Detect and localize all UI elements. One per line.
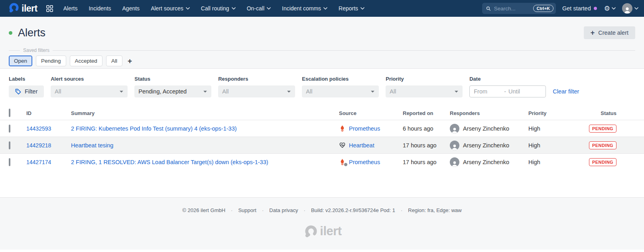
date-range-input[interactable]: From - Until	[469, 85, 546, 97]
chevron-down-icon	[119, 90, 124, 93]
priority-cell: High	[528, 125, 582, 132]
shortcut-badge: Ctrl+K	[533, 5, 553, 12]
table-row: 14427174 2 FIRING, 1 RESOLVED: AWS Load …	[0, 153, 644, 170]
escalation-policies-filter-label: Escalation policies	[302, 76, 379, 82]
alert-summary-link[interactable]: 2 FIRING: Kubernetes Pod Info Test (summ…	[71, 125, 237, 132]
support-link[interactable]: Support	[238, 207, 256, 213]
nav-item-alerts[interactable]: Alerts	[59, 3, 83, 14]
page-header: Alerts + Create alert Saved filters Open…	[0, 17, 644, 69]
settings-menu[interactable]: ⚙	[604, 5, 616, 12]
build-info: Build: v2.2026.2-r.9#536724e Pod: 1	[311, 207, 395, 213]
priority-cell: High	[528, 159, 582, 165]
date-until-placeholder: Until	[508, 88, 520, 95]
alert-id-link[interactable]: 14429218	[26, 142, 51, 149]
clear-filter-link[interactable]: Clear filter	[553, 88, 579, 97]
status-badge: PENDING	[589, 158, 616, 166]
nav-item-incident-comms[interactable]: Incident comms	[277, 3, 332, 14]
prometheus-icon	[339, 159, 346, 165]
column-header-id: ID	[26, 110, 71, 116]
brand-wordmark: ilert	[22, 3, 37, 14]
column-header-priority: Priority	[528, 110, 582, 116]
copyright-text: © 2026 ilert GmbH	[182, 207, 225, 213]
global-search[interactable]: Ctrl+K	[482, 3, 556, 14]
nav-item-agents[interactable]: Agents	[118, 3, 145, 14]
saved-filter-all[interactable]: All	[106, 56, 122, 66]
ilert-logo[interactable]: ilert	[7, 2, 37, 15]
alert-id-link[interactable]: 14427174	[26, 159, 51, 165]
chevron-down-icon	[634, 7, 638, 10]
status-filter-label: Status	[134, 76, 211, 82]
saved-filters-section: Saved filters Open Pending Accepted All …	[9, 50, 635, 66]
alert-source-link[interactable]: Prometheus	[349, 159, 380, 165]
status-select[interactable]: Pending, Accepted	[134, 85, 211, 97]
select-all-checkbox[interactable]	[9, 109, 10, 117]
alert-id-link[interactable]: 14432593	[26, 125, 51, 132]
reported-on-cell: 17 hours ago	[403, 142, 450, 149]
apps-grid-icon[interactable]	[46, 5, 53, 12]
chevron-down-icon	[323, 7, 327, 10]
chevron-down-icon	[186, 7, 190, 10]
search-input[interactable]	[494, 6, 530, 12]
page-title: Alerts	[18, 27, 45, 39]
responder-name: Arseny Zinchenko	[463, 125, 509, 132]
table-row: 14432593 2 FIRING: Kubernetes Pod Info T…	[0, 120, 644, 137]
chevron-down-icon	[287, 90, 291, 93]
row-checkbox[interactable]	[9, 158, 10, 166]
plus-icon: +	[591, 29, 595, 36]
reported-on-cell: 17 hours ago	[403, 159, 450, 165]
chevron-down-icon	[360, 7, 364, 10]
chevron-down-icon	[370, 90, 375, 93]
add-saved-filter-button[interactable]: +	[128, 57, 132, 65]
labels-filter-button[interactable]: Filter	[9, 85, 44, 97]
user-menu[interactable]	[622, 3, 638, 14]
reported-on-cell: 6 hours ago	[403, 125, 450, 132]
saved-filter-pending[interactable]: Pending	[36, 56, 66, 66]
priority-select[interactable]: All	[386, 85, 463, 97]
page-footer: © 2026 ilert GmbH · Support · Data priva…	[0, 197, 644, 250]
prometheus-icon	[339, 125, 346, 132]
tag-icon	[15, 89, 21, 95]
create-alert-button[interactable]: + Create alert	[584, 26, 635, 39]
chevron-down-icon	[232, 7, 236, 10]
notification-dot	[594, 7, 597, 10]
responder-avatar-icon	[450, 141, 459, 150]
nav-item-incidents[interactable]: Incidents	[84, 3, 116, 14]
row-checkbox[interactable]	[9, 141, 10, 149]
alert-sources-select[interactable]: All	[51, 85, 128, 97]
responders-select[interactable]: All	[218, 85, 295, 97]
chevron-down-icon	[454, 90, 459, 93]
primary-nav: Alerts Incidents Agents Alert sources Ca…	[59, 3, 369, 14]
priority-filter-label: Priority	[386, 76, 463, 82]
column-header-source: Source	[339, 110, 403, 116]
responder-avatar-icon	[450, 157, 459, 167]
alerts-table: ID Summary Source Reported on Responders…	[0, 106, 644, 197]
saved-filter-open[interactable]: Open	[9, 56, 32, 66]
saved-filters-legend: Saved filters	[20, 48, 53, 53]
avatar-icon	[622, 3, 632, 14]
escalation-policies-select[interactable]: All	[302, 85, 379, 97]
ilert-swoosh-icon	[7, 2, 21, 15]
date-from-placeholder: From	[474, 88, 502, 95]
priority-cell: High	[528, 142, 582, 149]
status-dot	[9, 31, 12, 35]
search-icon	[486, 6, 491, 12]
chevron-down-icon	[612, 7, 616, 10]
saved-filter-accepted[interactable]: Accepted	[70, 56, 102, 66]
alert-source-link[interactable]: Prometheus	[349, 125, 380, 132]
responders-filter-label: Responders	[218, 76, 295, 82]
table-row: 14429218 Heartbeat tesing Heartbeat 17 h…	[0, 137, 644, 153]
data-privacy-link[interactable]: Data privacy	[269, 207, 298, 213]
nav-item-call-routing[interactable]: Call routing	[196, 3, 240, 14]
alert-summary-link[interactable]: 2 FIRING, 1 RESOLVED: AWS Load Balancer …	[71, 159, 268, 165]
alert-source-link[interactable]: Heartbeat	[349, 142, 374, 149]
nav-item-reports[interactable]: Reports	[334, 3, 369, 14]
get-started-link[interactable]: Get started	[562, 5, 597, 12]
alert-sources-filter-label: Alert sources	[51, 76, 128, 82]
row-checkbox[interactable]	[9, 125, 10, 133]
nav-item-on-call[interactable]: On-call	[242, 3, 276, 14]
nav-item-alert-sources[interactable]: Alert sources	[146, 3, 195, 14]
column-header-reported-on: Reported on	[403, 110, 450, 116]
responder-name: Arseny Zinchenko	[463, 159, 509, 165]
responder-name: Arseny Zinchenko	[463, 142, 509, 149]
alert-summary-link[interactable]: Heartbeat tesing	[71, 142, 113, 149]
